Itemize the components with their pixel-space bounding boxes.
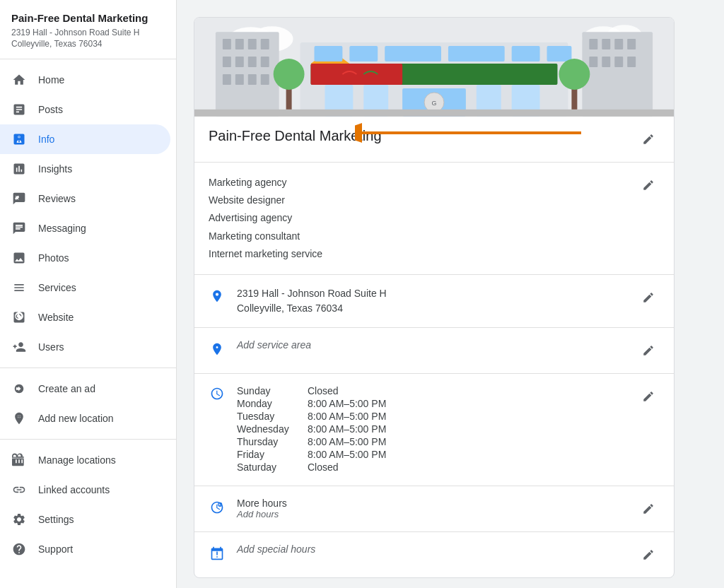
- nav-divider-1: [0, 368, 176, 368]
- svg-rect-47: [194, 110, 674, 117]
- svg-rect-34: [315, 46, 343, 61]
- svg-point-52: [216, 346, 218, 348]
- svg-rect-17: [223, 74, 231, 85]
- nav-divider-2: [0, 439, 176, 440]
- svg-rect-14: [235, 57, 244, 67]
- svg-rect-38: [512, 46, 540, 61]
- svg-rect-25: [627, 39, 636, 49]
- svg-rect-9: [223, 39, 231, 49]
- svg-rect-37: [448, 46, 505, 61]
- insights-icon: [11, 161, 27, 177]
- edit-categories-button[interactable]: [637, 174, 660, 196]
- svg-rect-23: [602, 39, 610, 49]
- hours-table: Sunday Closed Monday 8:00 AM–5:00 PM Tue…: [237, 385, 386, 474]
- hours-monday: Monday 8:00 AM–5:00 PM: [237, 398, 386, 409]
- svg-rect-27: [602, 57, 610, 67]
- add-location-icon: [11, 411, 27, 426]
- categories-section: Marketing agency Website designer Advert…: [194, 163, 674, 275]
- hours-sunday: Sunday Closed: [237, 385, 386, 396]
- sidebar-item-info[interactable]: Info: [0, 124, 170, 154]
- info-icon: [11, 131, 27, 147]
- address-section: 2319 Hall - Johnson Road Suite H Colleyv…: [194, 275, 674, 328]
- sidebar-item-support[interactable]: Support: [0, 534, 170, 564]
- sidebar-item-add-location[interactable]: Add new location: [0, 404, 170, 433]
- sidebar-item-create-ad[interactable]: Create an ad: [0, 374, 170, 404]
- categories-content: Marketing agency Website designer Advert…: [209, 174, 631, 263]
- service-area-row: Add service area: [209, 339, 631, 358]
- card-hero: G: [194, 18, 674, 117]
- website-icon: [11, 310, 27, 325]
- edit-hours-button[interactable]: [637, 385, 660, 408]
- sidebar-item-services[interactable]: Services: [0, 273, 170, 302]
- svg-rect-11: [248, 39, 257, 49]
- svg-rect-28: [614, 57, 623, 67]
- svg-rect-16: [261, 57, 269, 67]
- hours-thursday: Thursday 8:00 AM–5:00 PM: [237, 436, 386, 447]
- hours-friday: Friday 8:00 AM–5:00 PM: [237, 449, 386, 460]
- service-area-icon: [209, 341, 226, 358]
- home-icon: [11, 72, 27, 88]
- business-name: Pain-Free Dental Marketing: [209, 128, 631, 144]
- svg-rect-26: [589, 57, 597, 67]
- sidebar-item-insights[interactable]: Insights: [0, 154, 170, 184]
- svg-rect-18: [235, 74, 244, 85]
- sidebar-item-reviews[interactable]: Reviews: [0, 184, 170, 213]
- svg-rect-13: [223, 57, 231, 67]
- sidebar-item-manage-locations[interactable]: Manage locations: [0, 445, 170, 475]
- service-area-placeholder: Add service area: [237, 339, 311, 351]
- svg-rect-15: [248, 57, 257, 67]
- sidebar-item-linked-accounts[interactable]: Linked accounts: [0, 475, 170, 505]
- users-icon: [11, 339, 27, 355]
- messaging-icon: [11, 220, 27, 236]
- svg-rect-19: [248, 74, 257, 85]
- main-content: G Pain-Free Dental Marketing: [177, 0, 724, 588]
- clock-icon: [209, 385, 226, 402]
- svg-rect-35: [349, 46, 378, 61]
- business-name-section: Pain-Free Dental Marketing: [194, 117, 674, 163]
- svg-point-49: [274, 59, 305, 90]
- sidebar-item-users[interactable]: Users: [0, 332, 170, 362]
- business-name-content: Pain-Free Dental Marketing: [209, 128, 631, 144]
- sidebar-item-home[interactable]: Home: [0, 65, 170, 95]
- svg-rect-20: [261, 74, 269, 85]
- edit-business-name-button[interactable]: [637, 128, 660, 151]
- svg-rect-36: [385, 46, 441, 61]
- posts-icon: [11, 102, 27, 117]
- more-hours-content: More hours Add hours: [237, 498, 287, 519]
- sidebar-item-website[interactable]: Website: [0, 302, 170, 332]
- address-text: 2319 Hall - Johnson Road Suite H Colleyv…: [237, 286, 387, 316]
- reviews-icon: [11, 191, 27, 206]
- sidebar-nav: Home Posts Info Insights: [0, 59, 176, 588]
- info-card: G Pain-Free Dental Marketing: [194, 17, 675, 578]
- edit-more-hours-button[interactable]: [637, 498, 660, 520]
- more-hours-icon: [209, 499, 226, 516]
- services-icon: [11, 280, 27, 295]
- service-area-section: Add service area: [194, 328, 674, 374]
- sidebar-address: 2319 Hall - Johnson Road Suite H Colleyv…: [11, 27, 165, 51]
- svg-rect-24: [614, 39, 623, 49]
- manage-locations-icon: [11, 452, 27, 468]
- sidebar-item-messaging[interactable]: Messaging: [0, 213, 170, 243]
- sidebar-header: Pain-Free Dental Marketing 2319 Hall - J…: [0, 0, 176, 59]
- special-hours-row: Add special hours: [209, 543, 631, 562]
- address-row: 2319 Hall - Johnson Road Suite H Colleyv…: [209, 286, 631, 316]
- svg-rect-39: [547, 46, 572, 61]
- edit-service-area-button[interactable]: [637, 339, 660, 362]
- sidebar-business-name: Pain-Free Dental Marketing: [11, 11, 165, 25]
- location-pin-icon: [209, 288, 226, 305]
- special-hours-placeholder: Add special hours: [237, 543, 315, 555]
- sidebar-item-photos[interactable]: Photos: [0, 243, 170, 273]
- edit-address-button[interactable]: [637, 286, 660, 309]
- svg-rect-22: [589, 39, 597, 49]
- more-hours-section: More hours Add hours: [194, 486, 674, 532]
- photos-icon: [11, 250, 27, 266]
- hours-wednesday: Wednesday 8:00 AM–5:00 PM: [237, 423, 386, 435]
- category-list: Marketing agency Website designer Advert…: [209, 174, 631, 263]
- sidebar-item-settings[interactable]: Settings: [0, 505, 170, 534]
- settings-icon: [11, 512, 27, 527]
- svg-rect-10: [235, 39, 244, 49]
- sidebar-item-posts[interactable]: Posts: [0, 95, 170, 124]
- edit-special-hours-button[interactable]: [637, 543, 660, 566]
- ad-icon: [11, 381, 27, 396]
- hours-row: Sunday Closed Monday 8:00 AM–5:00 PM Tue…: [209, 385, 631, 474]
